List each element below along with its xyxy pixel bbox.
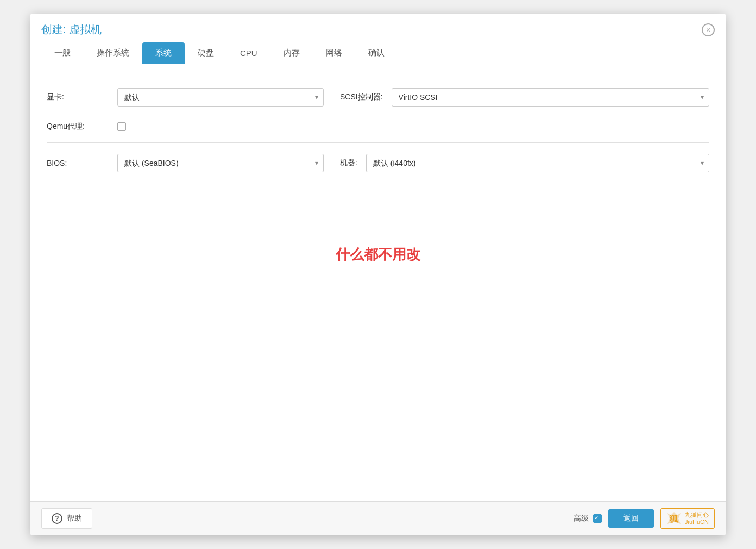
logo-text: 九狐问心 JiuHuCN [685,511,709,526]
advanced-label: 高级 [574,514,589,523]
machine-select-wrapper: 默认 (i440fx) ▾ [366,154,709,172]
close-button[interactable]: × [702,23,715,36]
footer: ? 帮助 高级 返回 狐 九狐问心 JiuHuCN [30,501,726,535]
svg-text:狐: 狐 [669,514,679,523]
footer-right: 高级 返回 狐 九狐问心 JiuHuCN [574,508,715,529]
content-area: 显卡: 默认 ▾ SCSI控制器: VirtIO SCSI ▾ [30,64,726,501]
tab-network[interactable]: 网络 [313,42,355,64]
scsi-group: SCSI控制器: VirtIO SCSI ▾ [340,88,709,107]
qemu-agent-row: Qemu代理: [47,114,709,139]
footer-left: ? 帮助 [41,508,92,529]
tab-os[interactable]: 操作系统 [84,42,142,64]
qemu-checkbox[interactable] [117,122,126,131]
logo-line1: 九狐问心 [685,511,709,519]
help-icon: ? [52,513,62,524]
graphics-label: 显卡: [47,92,117,102]
logo-icon: 狐 [666,511,682,526]
tab-bar: 一般 操作系统 系统 硬盘 CPU 内存 网络 确认 [30,42,726,64]
machine-label: 机器: [340,158,357,168]
qemu-checkbox-wrapper [117,122,126,131]
graphics-select[interactable]: 默认 [117,88,324,107]
graphics-select-wrapper: 默认 ▾ [117,88,324,107]
machine-select[interactable]: 默认 (i440fx) [366,154,709,172]
help-button[interactable]: ? 帮助 [41,508,92,529]
title-bar: 创建: 虚拟机 × [30,14,726,42]
tab-system[interactable]: 系统 [142,42,185,64]
scsi-select[interactable]: VirtIO SCSI [392,88,709,107]
logo-line2: JiuHuCN [685,519,709,526]
scsi-label: SCSI控制器: [340,92,383,102]
qemu-label: Qemu代理: [47,122,117,132]
advanced-group: 高级 [574,514,602,523]
section-divider [47,142,709,143]
advanced-checkbox[interactable] [593,514,602,523]
graphics-scsi-row: 显卡: 默认 ▾ SCSI控制器: VirtIO SCSI ▾ [47,80,709,114]
help-label: 帮助 [67,514,82,523]
tab-cpu[interactable]: CPU [227,43,270,63]
bios-select-wrapper: 默认 (SeaBIOS) ▾ [117,154,324,172]
system-form: 显卡: 默认 ▾ SCSI控制器: VirtIO SCSI ▾ [47,80,709,180]
bios-machine-row: BIOS: 默认 (SeaBIOS) ▾ 机器: 默认 (i440fx) ▾ [47,146,709,180]
scsi-select-wrapper: VirtIO SCSI ▾ [392,88,709,107]
main-window: 创建: 虚拟机 × 一般 操作系统 系统 硬盘 CPU 内存 网络 确认 显卡:… [30,14,726,535]
logo-badge: 狐 九狐问心 JiuHuCN [660,508,715,529]
bios-select[interactable]: 默认 (SeaBIOS) [117,154,324,172]
machine-group: 机器: 默认 (i440fx) ▾ [340,154,709,172]
tab-disk[interactable]: 硬盘 [185,42,227,64]
tab-general[interactable]: 一般 [41,42,84,64]
bios-label: BIOS: [47,159,117,167]
back-button[interactable]: 返回 [608,509,654,528]
window-title: 创建: 虚拟机 [41,22,102,37]
annotation-text: 什么都不用改 [47,245,709,264]
tab-memory[interactable]: 内存 [270,42,313,64]
tab-confirm[interactable]: 确认 [355,42,398,64]
